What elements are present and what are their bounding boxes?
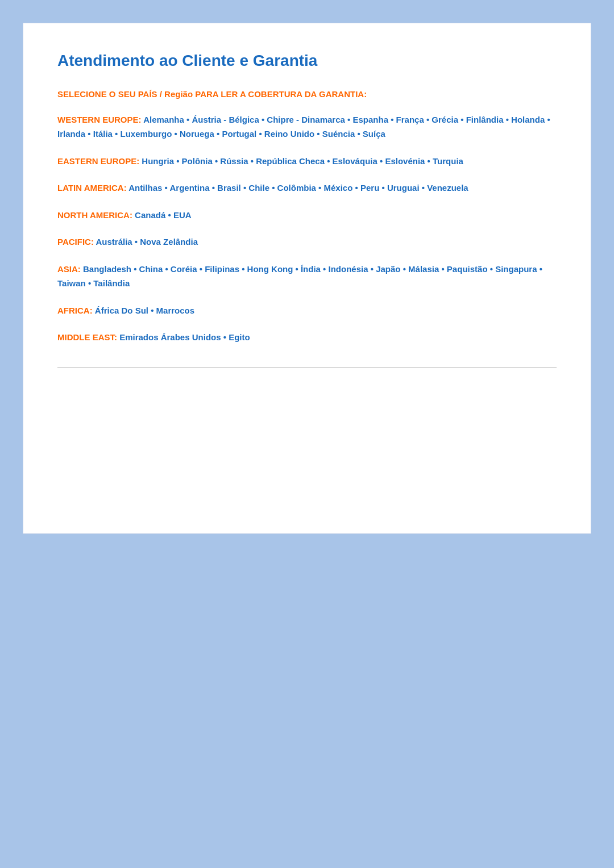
region-label-latin-america: LATIN AMERICA:	[57, 183, 128, 193]
main-card: Atendimento ao Cliente e Garantia SELECI…	[23, 23, 591, 534]
region-countries-pacific[interactable]: Austrália • Nova Zelândia	[96, 237, 198, 247]
region-block-pacific: PACIFIC: Austrália • Nova Zelândia	[57, 235, 557, 249]
region-block-western-europe: WESTERN EUROPE: Alemanha • Áustria - Bél…	[57, 112, 557, 141]
region-label-middle-east: MIDDLE EAST:	[57, 332, 119, 342]
section-subtitle: SELECIONE O SEU PAÍS / Região PARA LER A…	[57, 88, 557, 101]
region-block-middle-east: MIDDLE EAST: Emirados Árabes Unidos • Eg…	[57, 330, 557, 345]
page-title: Atendimento ao Cliente e Garantia	[57, 52, 557, 70]
region-block-asia: ASIA: Bangladesh • China • Coréia • Fili…	[57, 262, 557, 291]
region-block-africa: AFRICA: África Do Sul • Marrocos	[57, 303, 557, 318]
region-label-africa: AFRICA:	[57, 306, 95, 315]
region-label-pacific: PACIFIC:	[57, 237, 96, 247]
region-label-asia: ASIA:	[57, 264, 83, 274]
region-countries-north-america[interactable]: Canadá • EUA	[135, 210, 191, 220]
region-countries-asia[interactable]: Bangladesh • China • Coréia • Filipinas …	[57, 264, 542, 289]
divider	[57, 368, 557, 368]
region-label-eastern-europe: EASTERN EUROPE:	[57, 156, 142, 166]
region-countries-latin-america[interactable]: Antilhas • Argentina • Brasil • Chile • …	[128, 183, 468, 193]
region-label-western-europe: WESTERN EUROPE:	[57, 115, 143, 124]
region-label-north-america: NORTH AMERICA:	[57, 210, 135, 220]
region-countries-africa[interactable]: África Do Sul • Marrocos	[95, 306, 194, 315]
region-block-latin-america: LATIN AMERICA: Antilhas • Argentina • Br…	[57, 181, 557, 195]
region-block-north-america: NORTH AMERICA: Canadá • EUA	[57, 208, 557, 223]
region-block-eastern-europe: EASTERN EUROPE: Hungria • Polônia • Rúss…	[57, 154, 557, 169]
region-countries-middle-east[interactable]: Emirados Árabes Unidos • Egito	[119, 332, 250, 342]
region-countries-eastern-europe[interactable]: Hungria • Polônia • Rússia • República C…	[142, 156, 463, 166]
